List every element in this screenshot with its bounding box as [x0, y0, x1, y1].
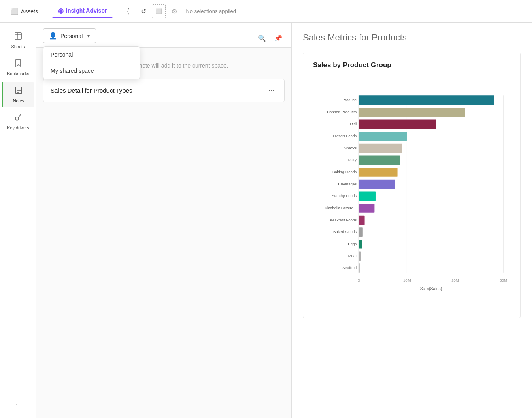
dropdown-shared-label: My shared space: [51, 68, 94, 74]
svg-rect-32: [359, 156, 400, 165]
svg-text:Meat: Meat: [348, 253, 357, 258]
sidebar-item-bookmarks[interactable]: Bookmarks: [2, 55, 34, 80]
bookmarks-label: Bookmarks: [7, 71, 29, 76]
svg-text:Canned Products: Canned Products: [327, 110, 357, 114]
space-selector-container: 👤 Personal ▾ 🔍 📌 Personal My shared spac…: [36, 23, 291, 48]
chevron-down-icon: ▾: [87, 33, 90, 39]
svg-text:Baked Goods: Baked Goods: [333, 229, 357, 234]
notes-label: Notes: [13, 98, 25, 103]
svg-rect-40: [359, 204, 374, 213]
sidebar-item-key-drivers[interactable]: Key drivers: [2, 109, 34, 134]
svg-text:20M: 20M: [451, 278, 459, 282]
toolbar-separator-2: [117, 6, 117, 17]
svg-text:Alcoholic Bevera...: Alcoholic Bevera...: [325, 206, 357, 210]
selection-forward-button[interactable]: ↺: [136, 4, 150, 18]
bar-chart: 010M20M30MSum(Sales)ProduceCanned Produc…: [313, 77, 511, 308]
insight-icon: ◉: [58, 7, 64, 15]
sheets-icon: [14, 32, 23, 42]
svg-text:Baking Goods: Baking Goods: [332, 170, 357, 174]
dropdown-item-personal[interactable]: Personal: [43, 47, 140, 63]
sidebar-item-sheets[interactable]: Sheets: [2, 28, 34, 53]
svg-rect-38: [359, 191, 376, 201]
chart-area: Sales Metrics for Products Sales by Prod…: [292, 23, 532, 418]
note-more-button[interactable]: ···: [266, 85, 277, 95]
svg-text:Seafood: Seafood: [342, 265, 357, 270]
svg-text:Eggs: Eggs: [348, 242, 357, 246]
chart-title: Sales by Product Group: [313, 61, 511, 69]
svg-rect-28: [359, 132, 407, 141]
assets-label: Assets: [21, 8, 38, 15]
collapse-button[interactable]: ←: [11, 398, 25, 412]
person-icon: 👤: [49, 32, 57, 40]
svg-line-8: [18, 115, 21, 117]
search-pin-row: 🔍 📌: [255, 32, 285, 45]
sidebar: Sheets Bookmarks Notes: [0, 23, 36, 418]
svg-text:10M: 10M: [403, 278, 411, 282]
svg-text:Sum(Sales): Sum(Sales): [420, 286, 443, 291]
panel-body: Creating a new note will add it to the c…: [36, 48, 291, 418]
svg-rect-42: [359, 216, 364, 225]
selection-clear-button[interactable]: ⊗: [167, 4, 181, 18]
note-card[interactable]: Sales Detail for Product Types ···: [43, 79, 285, 102]
toolbar: ⬜ Assets ◉ Insight Advisor ⟨ ↺ ⬜ ⊗ No se…: [0, 0, 532, 23]
svg-text:Beverages: Beverages: [338, 182, 357, 186]
space-selector-label: Personal: [60, 33, 83, 39]
main-layout: Sheets Bookmarks Notes: [0, 23, 532, 418]
dropdown-personal-label: Personal: [51, 51, 73, 58]
dropdown-menu: Personal My shared space: [43, 46, 140, 79]
svg-rect-26: [359, 120, 436, 129]
note-title: Sales Detail for Product Types: [51, 87, 132, 94]
svg-text:Dairy: Dairy: [348, 157, 357, 162]
pin-button[interactable]: 📌: [272, 32, 285, 45]
sidebar-item-notes[interactable]: Notes: [2, 82, 34, 107]
key-drivers-label: Key drivers: [7, 125, 29, 130]
svg-rect-22: [359, 95, 494, 105]
svg-rect-50: [359, 263, 360, 273]
sidebar-bottom: ←: [11, 398, 25, 418]
svg-text:Deli: Deli: [350, 121, 357, 126]
svg-rect-3: [15, 87, 22, 93]
svg-rect-0: [15, 33, 21, 39]
svg-rect-44: [359, 227, 363, 237]
svg-text:Breakfast Foods: Breakfast Foods: [328, 218, 357, 222]
assets-icon: ⬜: [11, 7, 19, 15]
svg-text:0: 0: [358, 278, 360, 282]
notes-icon: [14, 86, 23, 97]
svg-rect-36: [359, 180, 395, 189]
svg-rect-24: [359, 108, 465, 117]
svg-rect-30: [359, 144, 402, 153]
svg-rect-34: [359, 168, 397, 177]
chart-main-title: Sales Metrics for Products: [303, 32, 521, 43]
panel-area: 👤 Personal ▾ 🔍 📌 Personal My shared spac…: [36, 23, 292, 418]
svg-text:Starchy Foods: Starchy Foods: [332, 193, 357, 198]
svg-text:30M: 30M: [500, 278, 507, 282]
selection-back-button[interactable]: ⟨: [121, 4, 135, 18]
svg-text:Frozen Foods: Frozen Foods: [333, 134, 357, 138]
chart-container: Sales by Product Group 010M20M30MSum(Sal…: [303, 53, 521, 318]
insight-advisor-button[interactable]: ◉ Insight Advisor: [52, 4, 113, 18]
insight-advisor-label: Insight Advisor: [66, 7, 107, 14]
space-selector-button[interactable]: 👤 Personal ▾: [43, 28, 96, 43]
no-selections-text: No selections applied: [186, 8, 236, 14]
sheets-label: Sheets: [11, 44, 25, 49]
dropdown-item-shared[interactable]: My shared space: [43, 63, 140, 79]
svg-text:Produce: Produce: [342, 98, 357, 102]
svg-text:Snacks: Snacks: [344, 146, 357, 150]
key-drivers-icon: [14, 113, 23, 124]
bookmarks-icon: [14, 59, 22, 70]
svg-rect-48: [359, 252, 361, 261]
svg-point-7: [15, 117, 19, 120]
toolbar-separator: [48, 6, 48, 17]
search-button[interactable]: 🔍: [255, 32, 268, 45]
svg-rect-46: [359, 240, 362, 249]
selection-lasso-button[interactable]: ⬜: [152, 4, 166, 18]
assets-button[interactable]: ⬜ Assets: [5, 5, 44, 17]
